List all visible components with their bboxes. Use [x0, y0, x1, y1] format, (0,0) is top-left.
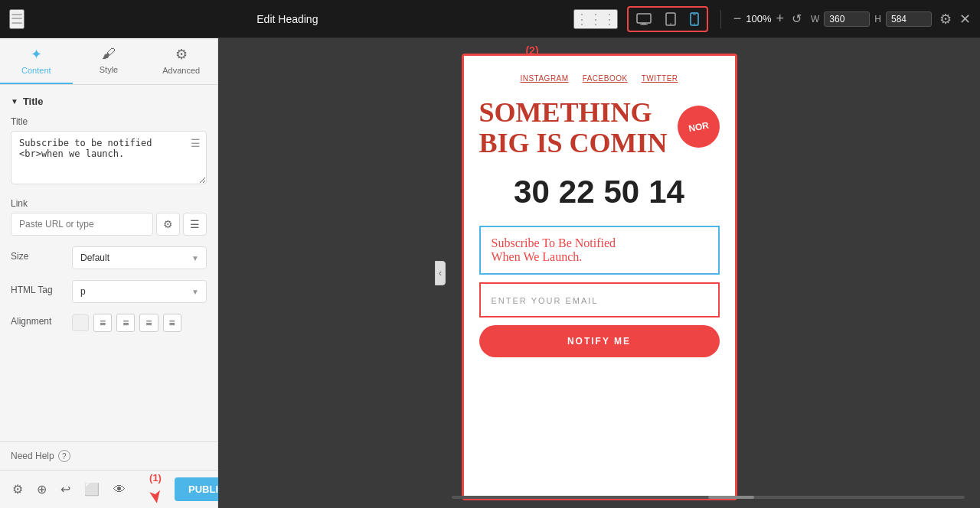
- preview-inner: INSTAGRAM FACEBOOK TWITTER SOMETHING BIG…: [464, 56, 735, 376]
- w-label: W: [811, 14, 819, 24]
- subscribe-line1: Subscribe To Be Notified: [492, 236, 616, 249]
- tab-style[interactable]: 🖌 Style: [73, 38, 145, 84]
- desktop-device-btn[interactable]: [632, 10, 656, 28]
- zoom-value: 100%: [746, 13, 771, 24]
- email-box: ENTER YOUR EMAIL: [479, 282, 720, 318]
- size-select[interactable]: Default Small Medium Large: [72, 246, 207, 269]
- html-tag-select-wrapper: p h1 h2 h3 ▼: [72, 280, 207, 303]
- title-field-label: Title: [11, 116, 207, 127]
- scrollbar-track: [452, 496, 965, 499]
- subscribe-line2: When We Launch.: [492, 250, 583, 263]
- zoom-out-btn[interactable]: −: [733, 11, 742, 27]
- countdown-3: 14: [648, 174, 684, 210]
- layers-bottom-icon[interactable]: ⊕: [34, 479, 50, 500]
- alignment-controls: ≡ ≡ ≡ ≡: [72, 314, 181, 332]
- tablet-device-btn[interactable]: [661, 9, 681, 29]
- size-field-row: Size Default Small Medium Large ▼: [11, 246, 207, 269]
- title-section-header: ▼ Title: [11, 96, 207, 107]
- advanced-tab-icon: ⚙: [175, 46, 188, 63]
- countdown-row: 30 22 50 14: [479, 174, 720, 210]
- svg-rect-2: [640, 24, 648, 24]
- grid-icon[interactable]: ⋮⋮⋮: [573, 9, 618, 29]
- undo-btn[interactable]: ↺: [792, 11, 802, 26]
- panel-content: ▼ Title Title Subscribe to be notified <…: [0, 85, 217, 441]
- dimensions-inputs: W H: [811, 11, 932, 27]
- title-section-label: Title: [23, 96, 44, 107]
- svg-point-6: [694, 23, 695, 24]
- h-label: H: [874, 14, 881, 24]
- need-help-label: Need Help: [11, 451, 54, 461]
- textarea-options-icon[interactable]: ☰: [191, 137, 201, 149]
- link-input[interactable]: [11, 213, 153, 236]
- link-field-row: Link ⚙ ☰: [11, 198, 207, 236]
- countdown-0: 30: [514, 174, 550, 210]
- width-input[interactable]: [824, 11, 870, 27]
- content-tab-icon: ✦: [31, 46, 42, 63]
- align-right-btn[interactable]: ≡: [139, 314, 158, 332]
- zoom-controls: − 100% + ↺: [733, 11, 802, 27]
- align-justify-btn[interactable]: ≡: [163, 314, 181, 332]
- notify-me-button[interactable]: NOTIFY ME: [479, 325, 720, 357]
- tab-content[interactable]: ✦ Content: [0, 38, 73, 84]
- topbar: ☰ Edit Heading ⋮⋮⋮ − 100% + ↺ W H ⚙ ✕: [0, 0, 980, 38]
- history-bottom-icon[interactable]: ↩: [57, 479, 74, 500]
- section-collapse-icon[interactable]: ▼: [11, 97, 18, 106]
- left-panel: ✦ Content 🖌 Style ⚙ Advanced ▼ Title Tit…: [0, 38, 218, 508]
- height-input[interactable]: [886, 11, 932, 27]
- heading-line2: BIG IS COMIN: [479, 128, 668, 158]
- topbar-right: W H ⚙ ✕: [811, 11, 971, 28]
- title-textarea[interactable]: Subscribe to be notified <br>when we lau…: [11, 131, 207, 184]
- link-row: ⚙ ☰: [11, 213, 207, 236]
- close-icon[interactable]: ✕: [959, 11, 971, 28]
- countdown-2: 50: [604, 174, 640, 210]
- link-settings-icon[interactable]: ⚙: [156, 213, 180, 236]
- html-tag-field-label: HTML Tag: [11, 285, 64, 295]
- responsive-bottom-icon[interactable]: ⬜: [81, 479, 103, 500]
- settings-bottom-icon[interactable]: ⚙: [9, 479, 26, 500]
- svg-rect-0: [637, 14, 651, 23]
- mobile-device-btn[interactable]: [685, 9, 704, 29]
- html-tag-select[interactable]: p h1 h2 h3: [72, 280, 207, 303]
- alignment-field-row: Alignment ≡ ≡ ≡ ≡: [11, 314, 207, 332]
- link-options-icon[interactable]: ☰: [183, 213, 207, 236]
- instagram-link: INSTAGRAM: [520, 74, 568, 83]
- heading-line1: SOMETHING: [479, 97, 652, 128]
- facebook-link: FACEBOOK: [583, 74, 628, 83]
- panel-collapse-handle[interactable]: ‹: [435, 261, 446, 285]
- scrollbar-thumb: [708, 496, 754, 499]
- annotation-1-label: (1): [149, 472, 162, 484]
- device-group: [627, 6, 708, 32]
- size-select-wrapper: Default Small Medium Large ▼: [72, 246, 207, 269]
- title-textarea-wrapper: Subscribe to be notified <br>when we lau…: [11, 131, 207, 187]
- align-left-btn[interactable]: ≡: [93, 314, 112, 332]
- bottom-bar: ⚙ ⊕ ↩ ⬜ 👁 (1) PUBLISH ▾: [0, 470, 217, 508]
- style-tab-label: Style: [100, 65, 118, 74]
- help-icon[interactable]: ?: [58, 450, 70, 462]
- link-field-label: Link: [11, 198, 207, 209]
- main-layout: ✦ Content 🖌 Style ⚙ Advanced ▼ Title Tit…: [0, 38, 980, 508]
- zoom-in-btn[interactable]: +: [776, 11, 784, 27]
- subscribe-text: Subscribe To Be Notified When We Launch.: [492, 236, 707, 264]
- need-help-section: Need Help ?: [0, 441, 217, 470]
- preview-frame: INSTAGRAM FACEBOOK TWITTER SOMETHING BIG…: [462, 54, 737, 500]
- preview-heading-wrapper: SOMETHING BIG IS COMIN NOR: [479, 98, 720, 158]
- svg-point-4: [670, 23, 671, 24]
- email-placeholder: ENTER YOUR EMAIL: [492, 296, 599, 305]
- svg-rect-7: [693, 14, 696, 15]
- title-field-row: Title Subscribe to be notified <br>when …: [11, 116, 207, 187]
- tab-advanced[interactable]: ⚙ Advanced: [145, 38, 217, 84]
- advanced-tab-label: Advanced: [162, 66, 200, 75]
- nor-badge-text: NOR: [688, 119, 710, 133]
- scrollbar[interactable]: [436, 494, 980, 500]
- preview-nav: INSTAGRAM FACEBOOK TWITTER: [479, 74, 720, 83]
- settings-icon[interactable]: ⚙: [939, 11, 952, 28]
- page-title: Edit Heading: [17, 13, 558, 25]
- html-tag-field-row: HTML Tag p h1 h2 h3 ▼: [11, 280, 207, 303]
- preview-bottom-icon[interactable]: 👁: [110, 480, 129, 500]
- alignment-field-label: Alignment: [11, 316, 64, 327]
- annotation-1-arrow: [144, 484, 167, 506]
- panel-tabs: ✦ Content 🖌 Style ⚙ Advanced: [0, 38, 217, 85]
- content-tab-label: Content: [21, 66, 51, 75]
- align-center-btn[interactable]: ≡: [116, 314, 135, 332]
- canvas-area: ‹ (2) INSTAGRAM FACEBOOK TWITTER SOME: [218, 38, 980, 508]
